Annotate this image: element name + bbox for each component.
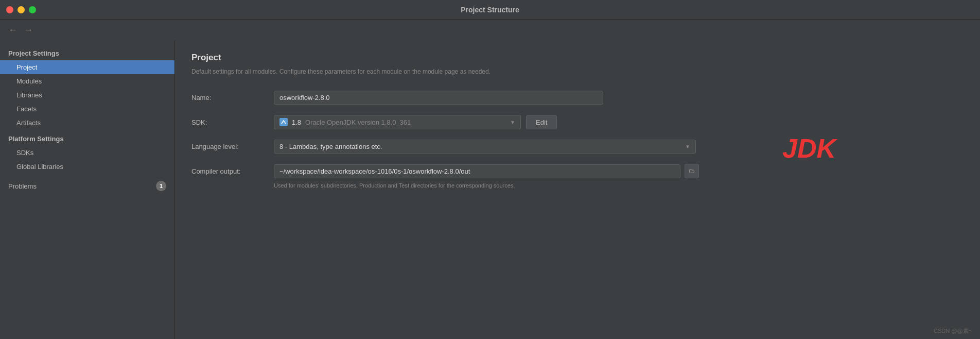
sidebar-item-sdks[interactable]: SDKs <box>0 146 174 160</box>
language-value: 8 - Lambdas, type annotations etc. <box>279 143 382 150</box>
csdn-watermark: CSDN @@素~ <box>934 327 972 335</box>
compiler-row: Compiler output: <box>191 164 964 178</box>
problems-badge: 1 <box>156 181 166 191</box>
sdk-dropdown-arrow: ▼ <box>510 120 515 125</box>
content-area: Project Default settings for all modules… <box>175 40 980 339</box>
sdk-icon <box>279 118 288 126</box>
language-dropdown-arrow: ▼ <box>685 144 690 149</box>
forward-button[interactable]: → <box>24 25 33 35</box>
sdk-controls: 1.8 Oracle OpenJDK version 1.8.0_361 ▼ E… <box>274 115 557 129</box>
sdk-detail: Oracle OpenJDK version 1.8.0_361 <box>305 118 411 126</box>
nav-bar: ← → <box>0 20 980 40</box>
problems-item[interactable]: Problems 1 <box>0 176 174 196</box>
sdk-row: SDK: 1.8 Oracle OpenJDK version 1.8.0_36… <box>191 115 964 129</box>
title-bar: Project Structure <box>0 0 980 20</box>
platform-settings-section-title: Platform Settings <box>0 130 174 146</box>
edit-button[interactable]: Edit <box>526 115 557 129</box>
close-button[interactable] <box>6 6 13 13</box>
minimize-button[interactable] <box>18 6 25 13</box>
name-label: Name: <box>191 94 274 101</box>
sidebar-item-modules[interactable]: Modules <box>0 74 174 88</box>
sidebar-item-project[interactable]: Project <box>0 60 174 74</box>
content-description: Default settings for all modules. Config… <box>191 67 964 76</box>
sdk-version: 1.8 <box>292 118 301 126</box>
sidebar: Project Settings Project Modules Librari… <box>0 40 175 339</box>
back-button[interactable]: ← <box>8 25 18 35</box>
sidebar-item-facets[interactable]: Facets <box>0 102 174 116</box>
name-row: Name: <box>191 91 964 105</box>
folder-button[interactable] <box>685 164 699 178</box>
sidebar-item-libraries[interactable]: Libraries <box>0 88 174 102</box>
name-input[interactable] <box>274 91 603 105</box>
sidebar-item-artifacts[interactable]: Artifacts <box>0 116 174 130</box>
compiler-label: Compiler output: <box>191 167 274 175</box>
language-row: Language level: 8 - Lambdas, type annota… <box>191 140 964 154</box>
project-settings-section-title: Project Settings <box>0 44 174 60</box>
compiler-input[interactable] <box>274 164 680 178</box>
compiler-controls <box>274 164 699 178</box>
window-title: Project Structure <box>461 6 519 14</box>
language-dropdown[interactable]: 8 - Lambdas, type annotations etc. ▼ <box>274 140 696 154</box>
content-title: Project <box>191 53 964 63</box>
maximize-button[interactable] <box>29 6 36 13</box>
language-label: Language level: <box>191 143 274 150</box>
window-controls <box>6 6 36 13</box>
sdk-label: SDK: <box>191 118 274 126</box>
compiler-note: Used for modules' subdirectories. Produc… <box>274 182 964 189</box>
sdk-dropdown[interactable]: 1.8 Oracle OpenJDK version 1.8.0_361 ▼ <box>274 115 521 129</box>
sidebar-item-global-libraries[interactable]: Global Libraries <box>0 160 174 174</box>
main-layout: Project Settings Project Modules Librari… <box>0 40 980 339</box>
problems-label: Problems <box>8 182 37 190</box>
